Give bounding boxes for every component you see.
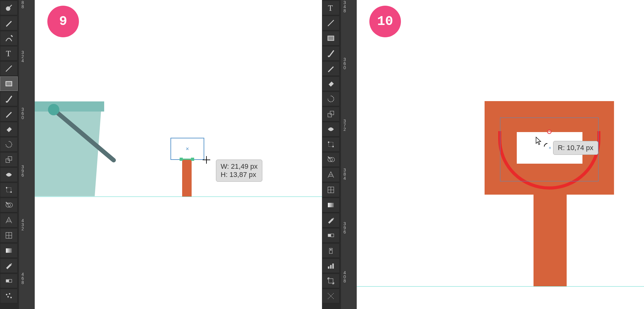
toolbar-right: T <box>322 0 341 309</box>
ruler-tick: 88 <box>21 0 25 8</box>
svg-rect-26 <box>330 111 334 115</box>
type-tool[interactable]: T <box>322 1 340 15</box>
blob-brush-tool[interactable] <box>0 1 18 15</box>
ruler-right: 348 360 372 384 396 408 <box>341 0 357 309</box>
ruler-tick: 324 <box>21 50 25 62</box>
svg-text:T: T <box>6 49 11 58</box>
svg-point-18 <box>10 297 12 298</box>
mesh-tool[interactable] <box>322 183 340 197</box>
width-tool[interactable] <box>0 167 18 182</box>
tooltip-height: H: 13,87 px <box>221 171 258 179</box>
mesh-tool[interactable] <box>0 228 18 243</box>
toolbar-left: T <box>0 0 19 309</box>
shovel-handle-rect <box>182 159 192 197</box>
rectangle-tool[interactable] <box>0 76 18 91</box>
svg-point-17 <box>7 296 9 298</box>
svg-rect-4 <box>6 159 10 163</box>
svg-rect-43 <box>534 195 567 286</box>
paintbrush-tool[interactable] <box>0 92 18 106</box>
svg-rect-5 <box>8 157 12 161</box>
svg-point-7 <box>6 187 8 189</box>
ruler-tick: 384 <box>343 167 347 180</box>
dimension-tooltip: W: 21,49 px H: 13,87 px <box>216 160 262 182</box>
canvas-right[interactable]: 10 × R: 10,74 <box>357 0 644 309</box>
step-badge-9: 9 <box>47 6 79 37</box>
shape-builder-tool[interactable] <box>322 152 340 167</box>
svg-rect-41 <box>329 279 333 283</box>
free-transform-tool[interactable] <box>322 137 340 152</box>
artboard-tool[interactable] <box>322 274 340 288</box>
pencil-tool[interactable] <box>0 16 18 30</box>
symbol-sprayer-tool[interactable] <box>0 289 18 303</box>
svg-rect-25 <box>328 113 332 117</box>
svg-point-37 <box>330 249 332 251</box>
width-tool[interactable] <box>322 122 340 136</box>
type-tool[interactable]: T <box>0 46 18 61</box>
svg-rect-3 <box>6 82 12 86</box>
bucket-shape <box>35 101 117 204</box>
pencil-tool[interactable] <box>322 61 340 76</box>
step-badge-10: 10 <box>369 6 401 37</box>
rotate-tool[interactable] <box>0 137 18 152</box>
tooltip-width: W: 21,49 px <box>221 162 258 171</box>
graph-tool[interactable] <box>322 258 340 273</box>
line-tool[interactable] <box>322 16 340 30</box>
blend-tool[interactable] <box>0 274 18 288</box>
center-marker: × <box>186 146 189 152</box>
tooltip-radius: R: 10,74 px <box>558 144 593 152</box>
perspective-grid-tool[interactable] <box>0 213 18 227</box>
x-marker: × <box>549 145 551 150</box>
paintbrush-tool[interactable] <box>322 46 340 61</box>
ruler-tick: 396 <box>21 164 25 177</box>
slice-tool[interactable] <box>322 289 340 303</box>
svg-point-29 <box>332 146 334 148</box>
svg-line-23 <box>328 20 334 26</box>
ruler-tick: 432 <box>21 218 25 230</box>
gradient-tool[interactable] <box>322 198 340 212</box>
svg-rect-33 <box>328 203 334 207</box>
eyedropper-tool[interactable] <box>0 258 18 273</box>
svg-rect-34 <box>328 234 331 237</box>
pencil2-tool[interactable] <box>0 107 18 121</box>
ruler-tick: 348 <box>343 0 347 12</box>
scale-tool[interactable] <box>322 107 340 121</box>
svg-point-15 <box>6 294 8 295</box>
eraser-tool[interactable] <box>0 122 18 136</box>
gradient-tool[interactable] <box>0 243 18 258</box>
cursor-arrow-icon <box>535 136 542 145</box>
rectangle-tool[interactable] <box>322 31 340 45</box>
svg-rect-24 <box>328 36 334 40</box>
svg-rect-12 <box>6 248 12 253</box>
svg-rect-40 <box>332 264 334 269</box>
svg-rect-19 <box>35 101 104 112</box>
eyedropper-tool[interactable] <box>322 213 340 227</box>
canvas-left[interactable]: 9 × W: 21,49 px <box>35 0 322 309</box>
rotate-tool[interactable] <box>322 92 340 106</box>
svg-rect-39 <box>330 265 332 269</box>
symbol-sprayer-tool[interactable] <box>322 243 340 258</box>
panel-step-9: T 88 324 360 396 432 468 9 <box>0 0 322 309</box>
ruler-tick: 360 <box>21 107 25 119</box>
svg-rect-38 <box>328 266 330 269</box>
eraser-tool[interactable] <box>322 76 340 91</box>
free-transform-tool[interactable] <box>0 183 18 197</box>
svg-rect-13 <box>6 279 9 282</box>
svg-point-8 <box>10 191 12 193</box>
panel-step-10: T 348 360 372 384 396 408 10 <box>322 0 644 309</box>
shape-builder-tool[interactable] <box>0 198 18 212</box>
blend-tool[interactable] <box>322 228 340 243</box>
curvature-tool[interactable] <box>0 31 18 45</box>
svg-rect-6 <box>7 188 11 192</box>
crosshair-cursor <box>203 156 210 164</box>
svg-point-16 <box>9 293 10 295</box>
line-tool[interactable] <box>0 61 18 76</box>
scale-tool[interactable] <box>0 152 18 167</box>
ruler-tick: 396 <box>343 221 347 233</box>
live-corner-widget[interactable] <box>547 130 552 134</box>
svg-rect-27 <box>329 142 333 147</box>
perspective-grid-tool[interactable] <box>322 167 340 182</box>
ruler-tick: 468 <box>21 272 25 284</box>
ruler-tick: 372 <box>343 118 347 131</box>
svg-rect-14 <box>9 279 12 282</box>
radius-tooltip: R: 10,74 px <box>553 141 598 155</box>
